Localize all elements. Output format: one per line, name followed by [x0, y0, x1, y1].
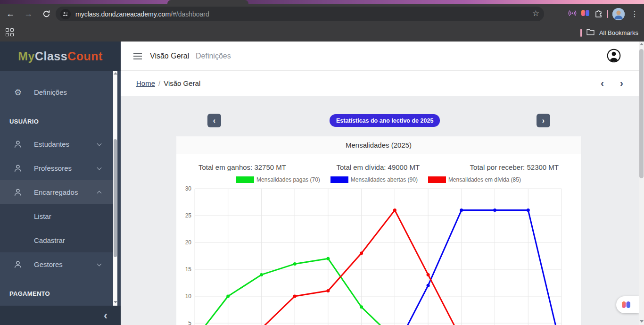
forward-icon[interactable]: →	[21, 7, 36, 22]
browser-profile-avatar[interactable]	[612, 8, 625, 20]
chevron-up-icon	[97, 191, 102, 196]
svg-text:25: 25	[185, 212, 192, 219]
page-scroll-up-arrow[interactable]	[640, 43, 644, 45]
prev-year-button[interactable]: ‹	[207, 114, 221, 127]
sidebar-item-encarregados[interactable]: Encarregados	[0, 180, 113, 204]
bookmarks-bar: All Bookmarks	[0, 24, 644, 42]
broadcast-extension-icon[interactable]	[568, 9, 577, 19]
brain-extension-icon[interactable]	[581, 9, 590, 19]
scroll-up-arrow[interactable]	[114, 72, 117, 75]
refresh-icon[interactable]	[39, 7, 54, 22]
bookmark-star-icon[interactable]: ☆	[532, 8, 539, 18]
sidebar-subitem-listar[interactable]: Listar	[0, 204, 113, 228]
mensalidades-card: Mensalidades (2025) Total em ganhos: 327…	[176, 136, 581, 325]
sidebar-scrollbar[interactable]	[113, 71, 117, 306]
page-scroll-down-arrow[interactable]	[640, 320, 644, 323]
screen: ← → myclass.dondzaneacademy.com/#/dashbo…	[0, 0, 644, 325]
scroll-down-arrow[interactable]	[114, 301, 117, 303]
sidebar-subitem-cadastrar[interactable]: Cadastrar	[0, 228, 113, 252]
legend-item-pagas[interactable]: Mensalidades pagas (70)	[236, 176, 320, 183]
chart-legend: Mensalidades pagas (70) Mensalidades abe…	[176, 176, 581, 183]
person-icon	[13, 188, 23, 197]
totals-row: Total em ganhos: 32750 MT Total em dívid…	[176, 154, 581, 171]
legend-label: Mensalidades pagas (70)	[256, 176, 320, 183]
svg-text:30: 30	[185, 186, 192, 192]
person-icon	[13, 140, 23, 149]
legend-item-abertas[interactable]: Mensalidades abertas (90)	[330, 176, 418, 183]
url-path: /#/dashboard	[171, 10, 209, 18]
url-host: myclass.dondzaneacademy.com	[75, 10, 171, 18]
logo[interactable]: MyClassCount	[0, 42, 121, 71]
legend-swatch-green	[236, 176, 254, 183]
chart-canvas[interactable]: 30252015105	[176, 186, 581, 325]
back-icon[interactable]: ←	[3, 7, 18, 22]
breadcrumb-bar: Home/Visão Geral ‹ ›	[121, 71, 644, 96]
browser-tab-strip	[0, 0, 644, 4]
chevron-down-icon	[97, 165, 102, 170]
sidebar-item-estudantes[interactable]: Estudantes	[0, 132, 113, 156]
breadcrumb-home-link[interactable]: Home	[136, 79, 155, 87]
folder-icon	[586, 28, 594, 37]
app-header: Visão Geral Definições	[121, 42, 644, 71]
breadcrumb: Home/Visão Geral	[136, 79, 200, 87]
legend-label: Mensalidades abertas (90)	[351, 176, 418, 183]
svg-text:15: 15	[185, 266, 192, 273]
sidebar-item-gestores[interactable]: Gestores	[0, 252, 113, 276]
main-area: Visão Geral Definições Home/Visão Geral …	[121, 42, 644, 325]
line-chart[interactable]: 30252015105	[176, 186, 581, 325]
next-year-button[interactable]: ›	[537, 114, 550, 127]
sidebar-item-definicoes[interactable]: ⚙ Definições	[0, 80, 113, 104]
logo-text: MyClassCount	[18, 50, 103, 63]
breadcrumb-separator: /	[158, 79, 160, 87]
all-bookmarks-button[interactable]: All Bookmarks	[599, 29, 638, 36]
gear-icon: ⚙	[13, 87, 23, 98]
legend-label: Mensalidades em dívida (85)	[448, 176, 521, 183]
sidebar-item-label: Professores	[34, 164, 98, 172]
toolbar-right-icons: ⋮	[568, 4, 640, 24]
sidebar-section-usuario: USUÁRIO	[9, 118, 39, 125]
tab-visao-geral[interactable]: Visão Geral	[150, 52, 189, 60]
active-tab[interactable]	[167, 0, 248, 4]
sidebar-subitem-label: Cadastrar	[34, 236, 65, 244]
browser-toolbar: ← → myclass.dondzaneacademy.com/#/dashbo…	[0, 4, 644, 24]
site-settings-icon[interactable]	[60, 9, 71, 19]
url-bar[interactable]: myclass.dondzaneacademy.com/#/dashboard …	[56, 7, 544, 21]
breadcrumb-current: Visão Geral	[164, 79, 200, 87]
sidebar-item-label: Definições	[34, 88, 113, 96]
total-ganhos: Total em ganhos: 32750 MT	[198, 163, 286, 171]
sidebar-collapse-button[interactable]: ‹	[104, 310, 107, 321]
tab-definicoes[interactable]: Definições	[196, 52, 231, 60]
breadcrumb-next-chevron[interactable]: ›	[620, 77, 623, 89]
apps-grid-icon[interactable]	[6, 28, 14, 36]
page-scrollbar-thumb[interactable]	[639, 49, 644, 178]
breadcrumb-prev-chevron[interactable]: ‹	[601, 77, 604, 89]
sidebar-item-professores[interactable]: Professores	[0, 156, 113, 180]
chevron-down-icon	[97, 261, 102, 266]
svg-text:5: 5	[188, 320, 191, 325]
year-stats-button[interactable]: Estatísticas do ano lectivo de 2025	[330, 114, 440, 127]
sidebar-item-label: Encarregados	[34, 188, 98, 196]
page-scrollbar[interactable]	[639, 42, 644, 325]
url-text[interactable]: myclass.dondzaneacademy.com/#/dashboard	[75, 10, 209, 18]
sidebar-item-label: Estudantes	[34, 140, 98, 148]
card-title: Mensalidades (2025)	[176, 136, 581, 154]
sidebar-item-label: Gestores	[34, 260, 98, 268]
browser-menu-icon[interactable]: ⋮	[629, 9, 640, 18]
svg-text:20: 20	[185, 239, 192, 246]
sidebar-section-pagamento: PAGAMENTO	[9, 290, 50, 297]
sidebar-subitem-label: Listar	[34, 212, 51, 220]
user-avatar-icon[interactable]	[607, 49, 621, 65]
brain-assistant-button[interactable]	[616, 296, 639, 313]
legend-swatch-blue	[330, 176, 348, 183]
extensions-puzzle-icon[interactable]	[594, 9, 603, 19]
sidebar-scrollbar-thumb[interactable]	[114, 139, 117, 257]
sidebar-footer: ‹	[0, 306, 121, 325]
legend-item-divida[interactable]: Mensalidades em dívida (85)	[428, 176, 521, 183]
person-icon	[13, 260, 23, 269]
person-icon	[13, 164, 23, 173]
total-divida: Total em dívida: 49000 MT	[336, 163, 420, 171]
chevron-down-icon	[97, 141, 102, 146]
hamburger-menu-icon[interactable]	[133, 53, 142, 61]
sidebar: MyClassCount ⚙ Definições USUÁRIO Estuda…	[0, 42, 121, 325]
legend-swatch-red	[428, 176, 446, 183]
